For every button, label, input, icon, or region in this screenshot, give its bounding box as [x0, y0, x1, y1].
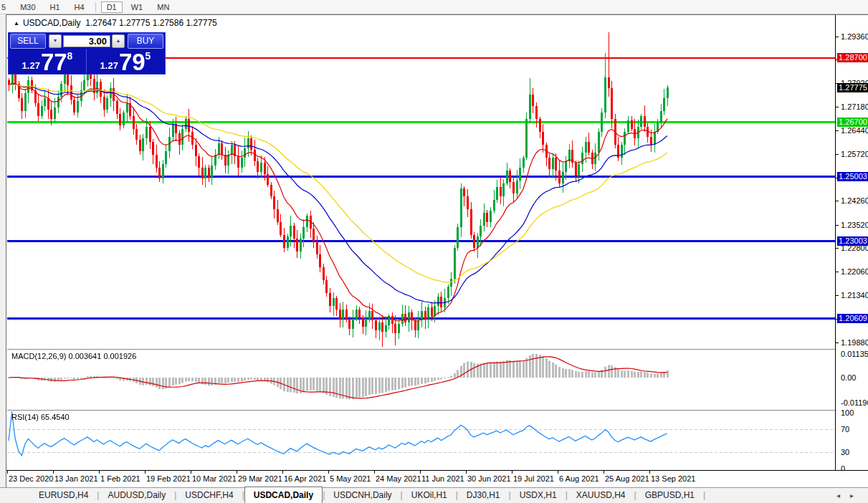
- price-tick-label: 1.27180: [841, 102, 868, 111]
- price-tick-label: 1.24260: [841, 196, 868, 205]
- chart-ohlc-values: 1.27647 1.27775 1.27586 1.27775: [85, 18, 217, 28]
- chart-tab-ukoil[interactable]: UKOil,H1: [403, 488, 456, 503]
- timeframe-button-m30[interactable]: M30: [14, 1, 41, 13]
- date-tick-mark: [145, 471, 146, 474]
- macd-axis-label: -0.011904: [841, 398, 868, 407]
- chart-tab-usdcnh[interactable]: USDCNH,Daily: [325, 488, 400, 503]
- date-label: 1 Feb 2021: [100, 474, 140, 483]
- price-badge: 1.25003: [837, 172, 868, 181]
- chart-tab-usdcad[interactable]: USDCAD,Daily: [244, 487, 323, 503]
- price-tick-mark: [836, 37, 839, 37]
- rsi-pane: RSI(14) 65.4540: [7, 410, 835, 471]
- buy-price[interactable]: 1.27 79 5: [87, 49, 164, 73]
- date-tick-mark: [282, 471, 283, 474]
- rsi-axis-label: 30: [841, 448, 849, 456]
- chart-tab-dj30[interactable]: DJ30,H1: [458, 488, 509, 503]
- timeframe-button-5[interactable]: 5: [0, 1, 11, 13]
- scroll-right-icon[interactable]: ▸: [850, 492, 864, 499]
- date-axis: 23 Dec 202013 Jan 20211 Feb 202119 Feb 2…: [6, 470, 868, 487]
- price-tick-label: 1.21340: [841, 291, 868, 300]
- chart-tab-usdx[interactable]: USDX,H1: [511, 488, 566, 503]
- scroll-left-icon[interactable]: ◂: [836, 492, 850, 499]
- volume-increase-button[interactable]: ▲: [112, 34, 125, 48]
- one-click-trading-panel: SELL ▼ ▲ BUY 1.27 77 8 1.27 79 5: [8, 32, 166, 75]
- sell-button[interactable]: SELL: [10, 34, 46, 49]
- rsi-label: RSI(14) 65.4540: [11, 413, 70, 421]
- timeframe-button-mn[interactable]: MN: [151, 1, 175, 13]
- price-tick-label: 1.25720: [841, 150, 868, 158]
- macd-axis-label: 0.01135: [841, 350, 868, 358]
- date-label: 19 Jul 2021: [513, 474, 554, 483]
- price-tick-mark: [836, 107, 839, 107]
- date-tick-mark: [558, 471, 558, 474]
- chart-tab-bar: EURUSD,H4|AUDUSD,Daily|USDCHF,H4|USDCAD,…: [0, 487, 868, 503]
- timeframe-button-w1[interactable]: W1: [125, 1, 149, 13]
- macd-pane: MACD(12,26,9) 0.003641 0.001926: [7, 349, 835, 411]
- chart-tab-gbpusd[interactable]: GBPUSD,H1: [636, 488, 703, 503]
- date-label: 24 May 2021: [376, 474, 421, 483]
- rsi-canvas[interactable]: [7, 411, 835, 471]
- price-tick-mark: [836, 225, 839, 226]
- date-label: 29 Mar 2021: [238, 474, 282, 483]
- price-chart-canvas[interactable]: [7, 29, 835, 349]
- tab-scroll-arrows: ◂▸: [836, 492, 864, 499]
- sell-price[interactable]: 1.27 77 8: [9, 49, 87, 73]
- chart-tab-eurusd[interactable]: EURUSD,H4: [30, 488, 97, 503]
- price-tick-mark: [836, 130, 839, 131]
- date-label: 25 Aug 2021: [605, 474, 649, 483]
- date-tick-mark: [237, 471, 237, 474]
- buy-price-pip-digit: 5: [146, 50, 151, 62]
- date-tick-mark: [328, 471, 329, 474]
- price-tick-label: 1.29360: [841, 32, 868, 41]
- date-label: 13 Sep 2021: [651, 474, 695, 483]
- date-label: 13 Jan 2021: [54, 474, 98, 483]
- date-tick-mark: [191, 471, 191, 474]
- collapse-triangle-icon[interactable]: ▲: [14, 20, 19, 27]
- timeframe-button-h4[interactable]: H4: [69, 1, 90, 13]
- volume-input[interactable]: [63, 35, 110, 47]
- price-tick-label: 1.19880: [841, 338, 868, 347]
- date-tick-mark: [649, 471, 650, 474]
- rsi-axis-label: 70: [841, 425, 849, 433]
- date-label: 30 Jun 2021: [467, 474, 511, 483]
- timeframe-button-d1[interactable]: D1: [101, 1, 123, 13]
- date-tick-mark: [374, 471, 375, 474]
- price-tick-mark: [836, 342, 839, 343]
- buy-price-prefix: 1.27: [100, 60, 118, 71]
- timeframe-toolbar: 5M30H1H4D1W1MN: [0, 0, 868, 14]
- date-tick-mark: [420, 471, 421, 474]
- date-tick-mark: [99, 471, 100, 474]
- volume-decrease-button[interactable]: ▼: [49, 34, 62, 48]
- price-tick-mark: [836, 295, 839, 296]
- macd-label: MACD(12,26,9) 0.003641 0.001926: [11, 352, 136, 360]
- chart-window: ▲USDCAD,Daily 1.27647 1.27775 1.27586 1.…: [6, 14, 868, 487]
- chart-title: ▲USDCAD,Daily 1.27647 1.27775 1.27586 1.…: [14, 18, 217, 28]
- chart-symbol-label: USDCAD,Daily: [23, 18, 81, 28]
- price-axis: 1.293601.286401.279201.271801.264401.257…: [835, 15, 868, 470]
- price-badge: 1.28700: [837, 53, 868, 62]
- chart-tab-audusd[interactable]: AUDUSD,Daily: [99, 488, 174, 503]
- price-badge: 1.20609: [837, 314, 868, 323]
- buy-price-big-digits: 79: [119, 52, 146, 73]
- date-label: 5 May 2021: [330, 474, 371, 483]
- date-label: 16 Apr 2021: [284, 474, 326, 483]
- price-tick-mark: [836, 201, 839, 201]
- chart-tab-usdchf[interactable]: USDCHF,H4: [176, 488, 242, 503]
- date-tick-mark: [466, 471, 467, 474]
- spin-down-icon: ▼: [53, 38, 58, 43]
- date-label: 23 Dec 2020: [9, 474, 53, 483]
- price-badge: 1.23003: [837, 236, 868, 246]
- spin-up-icon: ▲: [116, 38, 121, 43]
- tab-separator: |: [703, 490, 705, 503]
- sell-price-prefix: 1.27: [22, 60, 40, 71]
- chart-tab-xauusd[interactable]: XAUUSD,H4: [568, 488, 634, 503]
- buy-button[interactable]: BUY: [128, 34, 163, 49]
- price-tick-label: 1.23520: [841, 221, 868, 229]
- timeframe-button-h1[interactable]: H1: [44, 1, 66, 13]
- toolbar-separator: [95, 2, 96, 12]
- date-tick-mark: [53, 471, 54, 474]
- date-tick-mark: [7, 471, 8, 474]
- price-badge: 1.27775: [837, 83, 868, 92]
- price-tick-mark: [836, 272, 839, 272]
- price-tick-label: 1.26440: [841, 126, 868, 135]
